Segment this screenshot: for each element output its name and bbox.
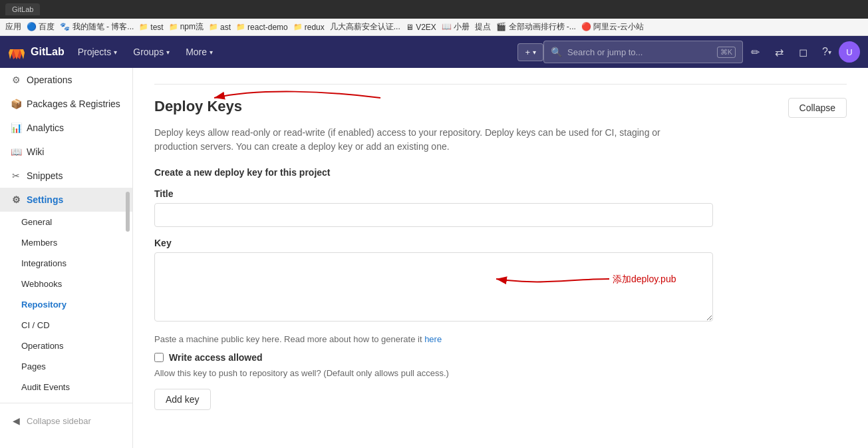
sidebar-item-packages[interactable]: 📦 Packages & Registries <box>0 92 132 116</box>
bookmarks-bar: 应用 🔵 百度 🐾 我的随笔 - 博客... test npm流 ast rea… <box>0 19 868 36</box>
search-input[interactable] <box>567 47 712 57</box>
snippets-icon: ✂ <box>11 170 21 181</box>
form-section-title: Create a new deploy key for this project <box>154 167 847 178</box>
sidebar-item-snippets[interactable]: ✂ Snippets <box>0 164 132 188</box>
bookmark-react[interactable]: react-demo <box>236 23 288 32</box>
here-link[interactable]: here <box>424 334 442 344</box>
settings-icon: ⚙ <box>11 194 21 205</box>
bookmark-security[interactable]: 几大高薪安全认证... <box>330 21 400 33</box>
bookmark-tips[interactable]: 提点 <box>475 21 491 33</box>
sidebar-sub-operations[interactable]: Operations <box>0 336 132 356</box>
bookmark-animation[interactable]: 🎬 全部动画排行榜 -... <box>496 21 576 33</box>
bookmark-apps[interactable]: 应用 <box>5 21 21 33</box>
sidebar-scrollbar-thumb[interactable] <box>126 192 130 232</box>
bookmark-aliyun[interactable]: 🔴 阿里云-云小站 <box>581 21 644 33</box>
write-access-group: Write access allowed <box>154 352 847 363</box>
browser-tab[interactable]: GitLab <box>5 3 40 15</box>
title-label: Title <box>154 188 847 199</box>
sidebar-sub-pages[interactable]: Pages <box>0 356 132 377</box>
paste-hint: Paste a machine public key here. Read mo… <box>154 334 847 344</box>
gitlab-logo-icon <box>8 43 25 61</box>
gitlab-brand-text: GitLab <box>31 46 65 58</box>
write-access-checkbox[interactable] <box>154 353 164 362</box>
add-key-button[interactable]: Add key <box>154 389 211 410</box>
sidebar-item-label: Settings <box>27 194 63 205</box>
packages-icon: 📦 <box>11 99 21 109</box>
sidebar: ⚙ Operations 📦 Packages & Registries 📊 A… <box>0 68 133 448</box>
main-content: Deploy Keys Collapse Deploy keys allow r… <box>133 68 868 448</box>
gitlab-navbar: GitLab Projects ▾ Groups ▾ More ▾ + ▾ 🔍 … <box>0 36 868 68</box>
bookmark-baidu[interactable]: 🔵 百度 <box>27 21 55 33</box>
plus-icon: + <box>525 47 530 57</box>
search-shortcut: ⌘K <box>717 47 736 58</box>
deploy-keys-title: Deploy Keys <box>154 98 242 115</box>
groups-nav-link[interactable]: Groups ▾ <box>125 36 178 68</box>
write-access-description: Allow this key to push to repository as … <box>154 368 847 378</box>
title-form-group: Title <box>154 188 847 227</box>
projects-nav-link[interactable]: Projects ▾ <box>70 36 126 68</box>
sidebar-item-settings[interactable]: ⚙ Settings <box>0 188 132 212</box>
sidebar-item-label: Snippets <box>27 170 63 181</box>
deploy-keys-section: Deploy Keys Collapse Deploy keys allow r… <box>154 98 847 410</box>
sidebar-sub-integrations[interactable]: Integrations <box>0 253 132 274</box>
bookmark-ast[interactable]: ast <box>209 23 231 32</box>
sidebar-scrollbar-track[interactable] <box>126 68 130 448</box>
issues-icon-btn[interactable]: ◻ <box>791 40 815 64</box>
bookmark-test[interactable]: test <box>139 23 163 32</box>
main-layout: ⚙ Operations 📦 Packages & Registries 📊 A… <box>0 68 868 448</box>
browser-bar: GitLab <box>0 0 868 19</box>
bookmark-redux[interactable]: redux <box>293 23 325 32</box>
deploy-keys-header: Deploy Keys Collapse <box>154 98 847 118</box>
sidebar-item-label: Packages & Registries <box>27 99 120 109</box>
more-chevron-icon: ▾ <box>210 49 213 56</box>
operations-top-icon: ⚙ <box>11 75 21 85</box>
deploy-keys-description: Deploy keys allow read-only or read-writ… <box>154 126 700 154</box>
bookmark-npm[interactable]: npm流 <box>169 21 204 33</box>
analytics-icon: 📊 <box>11 122 21 133</box>
sidebar-item-label: Operations <box>27 75 72 85</box>
collapse-label: Collapse sidebar <box>27 416 91 426</box>
bookmark-v2ex[interactable]: 🖥 V2EX <box>406 23 436 32</box>
sidebar-item-operations-top[interactable]: ⚙ Operations <box>0 68 132 92</box>
sidebar-item-analytics[interactable]: 📊 Analytics <box>0 116 132 140</box>
sidebar-sub-audit[interactable]: Audit Events <box>0 377 132 397</box>
merge-requests-icon-btn[interactable]: ⇄ <box>767 40 791 64</box>
key-label: Key <box>154 238 847 248</box>
help-icon-btn[interactable]: ?▾ <box>815 40 839 64</box>
bookmark-blog[interactable]: 🐾 我的随笔 - 博客... <box>60 21 134 33</box>
search-box[interactable]: 🔍 ⌘K <box>543 41 743 63</box>
create-icon-btn[interactable]: ✏ <box>743 40 767 64</box>
title-input[interactable] <box>154 203 713 227</box>
sidebar-sub-members[interactable]: Members <box>0 232 132 253</box>
search-icon: 🔍 <box>551 47 562 57</box>
more-nav-link[interactable]: More ▾ <box>178 36 221 68</box>
wiki-icon: 📖 <box>11 146 21 157</box>
user-avatar[interactable]: U <box>839 41 860 63</box>
sidebar-item-label: Analytics <box>27 122 64 133</box>
sidebar-item-label: Wiki <box>27 146 44 157</box>
groups-chevron-icon: ▾ <box>166 49 170 56</box>
key-form-group: Key 添加deploy.pub <box>154 238 847 324</box>
sidebar-collapse-btn[interactable]: ◀ Collapse sidebar <box>0 409 132 433</box>
sidebar-sub-general[interactable]: General <box>0 212 132 232</box>
new-dropdown-btn[interactable]: + ▾ <box>517 43 543 61</box>
sidebar-sub-cicd[interactable]: CI / CD <box>0 315 132 336</box>
collapse-sidebar-icon: ◀ <box>11 415 21 426</box>
sidebar-sub-webhooks[interactable]: Webhooks <box>0 274 132 294</box>
projects-chevron-icon: ▾ <box>114 49 117 56</box>
key-textarea[interactable] <box>154 252 713 322</box>
collapse-section-btn[interactable]: Collapse <box>788 98 847 118</box>
sidebar-item-wiki[interactable]: 📖 Wiki <box>0 140 132 164</box>
sidebar-sub-repository[interactable]: Repository <box>0 294 132 315</box>
gitlab-logo-link[interactable]: GitLab <box>8 43 65 61</box>
write-access-label[interactable]: Write access allowed <box>169 352 263 363</box>
bookmark-booklet[interactable]: 📖 小册 <box>442 21 470 33</box>
